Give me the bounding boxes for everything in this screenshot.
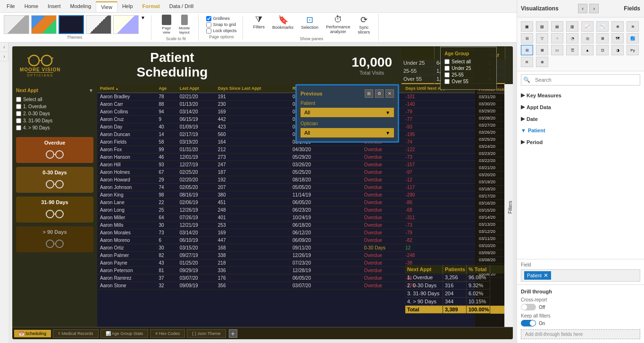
viz-icon-combo[interactable]: ⊕ <box>611 21 624 32</box>
tab-age-group-stats[interactable]: 📊 Age Group Stats <box>100 329 149 338</box>
lock-objects-checkbox[interactable]: Lock objects <box>206 28 236 34</box>
viz-icon-r[interactable]: R <box>521 57 533 67</box>
filter-item-90plus[interactable]: 4. > 90 Days <box>16 124 93 131</box>
ribbon-tab-home[interactable]: Home <box>20 1 43 11</box>
viz-icon-map[interactable]: 🗺 <box>611 33 624 43</box>
viz-icon-slicer[interactable]: ⊡ <box>596 45 609 55</box>
fields-group-date-header[interactable]: ▶ Date <box>517 114 644 124</box>
cross-report-toggle-track[interactable] <box>521 304 536 310</box>
filter-item-overdue[interactable]: 1. Overdue <box>16 103 93 110</box>
nav-up[interactable]: ‹ <box>0 43 8 52</box>
field-chip-remove[interactable]: ✕ <box>544 272 548 279</box>
page-view-button[interactable]: Page view <box>159 14 174 35</box>
slicer-item-under25[interactable]: Under 25 <box>444 66 493 71</box>
viz-icon-pie[interactable]: ◔ <box>566 33 578 43</box>
filter-checkbox-3190[interactable] <box>16 118 21 123</box>
ribbon-tab-insert[interactable]: Insert <box>43 1 66 11</box>
theme-preview-1[interactable] <box>4 15 29 34</box>
fields-search-input[interactable] <box>532 75 640 85</box>
ribbon-tab-help[interactable]: Help <box>117 1 138 11</box>
card-overdue[interactable]: Overdue <box>16 137 93 163</box>
ribbon-tab-modeling[interactable]: Modeling <box>66 1 96 11</box>
ribbon-tab-format[interactable]: Format <box>138 1 165 11</box>
viz-icon-ribbon[interactable]: ≋ <box>627 21 639 32</box>
theme-preview-3[interactable] <box>59 15 84 34</box>
filter-checkbox-select-all[interactable] <box>16 97 21 102</box>
viz-icon-multi-row[interactable]: ☰ <box>566 45 578 55</box>
viz-icon-filled-map[interactable]: 🗾 <box>627 33 639 43</box>
filter-collapse-icon[interactable]: ▼ <box>89 88 93 93</box>
viz-icon-donut[interactable]: ◎ <box>581 33 594 43</box>
popup-icon-close[interactable]: ✕ <box>385 89 394 98</box>
card-030[interactable]: 0-30 Days <box>16 167 93 193</box>
viz-icon-100pct-bar[interactable]: ▥ <box>566 21 578 32</box>
viz-icon-custom[interactable]: ⊕ <box>536 57 548 67</box>
tab-medical-records[interactable]: ⚕ Medical Records <box>53 329 99 338</box>
col-last-appt[interactable]: Last Appt <box>177 84 215 93</box>
popup-icon-settings[interactable]: ⚙ <box>375 89 384 98</box>
cell-days-until: -157 <box>402 161 475 169</box>
slicer-item-25-55[interactable]: 25-55 <box>444 72 493 77</box>
filter-checkbox-90plus[interactable] <box>16 125 21 130</box>
nav-down[interactable]: › <box>0 52 8 61</box>
viz-icon-area[interactable]: 📉 <box>596 21 609 32</box>
cell-rec-appt: 08/18/20 <box>290 176 361 184</box>
viz-icon-scatter[interactable]: ⁘ <box>551 33 563 43</box>
ribbon-tab-view[interactable]: View <box>96 1 117 12</box>
filter-item-3190[interactable]: 3. 31-90 Days <box>16 117 93 124</box>
filter-checkbox-overdue[interactable] <box>16 104 21 109</box>
mobile-layout-button[interactable]: Mobile layout <box>176 14 193 35</box>
viz-icon-stacked-bar[interactable]: ▧ <box>536 21 548 32</box>
fields-group-period-header[interactable]: ▶ Period <box>517 137 644 147</box>
viz-icon-kpi[interactable]: ▲ <box>581 45 594 55</box>
tab-json-theme[interactable]: { } Json Theme <box>187 329 226 338</box>
col-patient[interactable]: Patient ▲ <box>97 84 156 93</box>
viz-nav-forward[interactable]: › <box>589 4 599 13</box>
theme-preview-2[interactable] <box>31 15 57 34</box>
viz-icon-clustered-bar[interactable]: ▤ <box>551 21 563 32</box>
bookmarks-button[interactable]: 🔖 Bookmarks <box>269 14 296 31</box>
keep-filters-toggle-track[interactable] <box>521 320 536 326</box>
add-page-button[interactable]: + <box>229 329 237 338</box>
filters-button[interactable]: ⧩ Filters <box>251 14 268 30</box>
card-90plus[interactable]: > 90 Days <box>16 226 93 252</box>
selection-button[interactable]: ⊡ Selection <box>298 14 321 31</box>
filter-checkbox-030[interactable] <box>16 111 21 116</box>
tab-hex-codes[interactable]: # Hex Codes <box>150 329 185 338</box>
card-3190[interactable]: 31-90 Days <box>16 197 93 223</box>
viz-icon-matrix[interactable]: ⊠ <box>536 45 548 55</box>
viz-icon-waterfall[interactable]: ⊟ <box>521 33 533 43</box>
viz-icon-funnel[interactable]: ▽ <box>536 33 548 43</box>
col-days-since[interactable]: Days Since Last Appt <box>215 84 290 93</box>
filters-sidebar-tab[interactable]: Filters <box>504 84 513 327</box>
theme-dropdown-arrow[interactable]: ▼ <box>141 15 145 20</box>
tab-scheduling[interactable]: 📅 Scheduling <box>14 330 51 337</box>
viz-icon-card[interactable]: ▭ <box>551 45 563 55</box>
fields-group-key-measures-header[interactable]: ▶ Key Measures <box>517 90 644 100</box>
fields-group-patient-header[interactable]: ▼ Patient <box>517 126 644 135</box>
performance-button[interactable]: ⏱ Performance analyzer <box>323 14 353 35</box>
slicer-item-over55[interactable]: Over 55 <box>444 79 493 84</box>
viz-icon-gauge[interactable]: ◑ <box>611 45 624 55</box>
ribbon-tab-data-drill[interactable]: Data / Drill <box>165 1 198 11</box>
fields-group-appt-data-header[interactable]: ▶ Appt Data <box>517 102 644 112</box>
slicer-item-select-all[interactable]: Select all <box>444 59 493 64</box>
viz-icon-python[interactable]: Py <box>627 45 639 55</box>
viz-nav-back[interactable]: ‹ <box>578 4 587 13</box>
snap-to-grid-checkbox[interactable]: Snap to grid <box>206 22 236 27</box>
filter-item-select-all[interactable]: Select all <box>16 96 93 103</box>
popup-patient-select[interactable]: All ▼ <box>301 108 394 117</box>
viz-icon-table[interactable]: ⊟ <box>521 45 533 55</box>
col-age[interactable]: Age <box>156 84 176 93</box>
sync-slicers-button[interactable]: ⟳ Sync slicers <box>355 14 373 35</box>
popup-optician-select[interactable]: All ▼ <box>301 128 394 137</box>
theme-preview-5[interactable] <box>113 15 139 34</box>
theme-preview-4[interactable] <box>86 15 111 34</box>
viz-icon-treemap[interactable]: ⊞ <box>596 33 609 43</box>
popup-icon-filter[interactable]: ⊞ <box>365 89 373 98</box>
ribbon-tab-file[interactable]: File <box>2 1 20 11</box>
viz-icon-bar[interactable]: ▦ <box>521 21 533 32</box>
viz-icon-line[interactable]: 📈 <box>581 21 594 32</box>
gridlines-checkbox[interactable]: Gridlines <box>206 16 230 21</box>
filter-item-030[interactable]: 2. 0-30 Days <box>16 110 93 117</box>
